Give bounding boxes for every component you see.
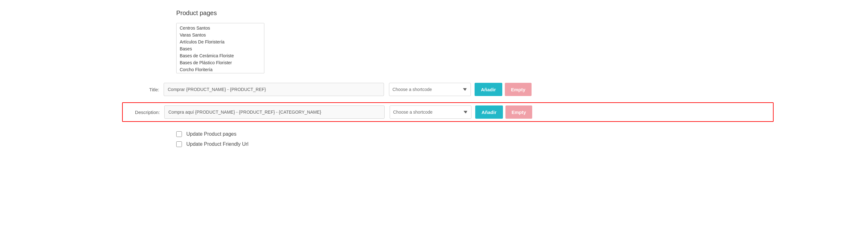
title-shortcode-select[interactable]: Choose a shortcode (389, 83, 471, 96)
update-url-checkbox[interactable] (176, 141, 182, 147)
listbox-container: Centros Santos Varas Santos Artículos De… (176, 23, 774, 73)
description-add-button[interactable]: Añadir (475, 106, 503, 119)
listbox-option[interactable]: Bases de Cerámica Floriste (178, 52, 263, 59)
product-listbox[interactable]: Centros Santos Varas Santos Artículos De… (176, 23, 265, 73)
listbox-option[interactable]: Bases de Plástico Florister (178, 59, 263, 66)
title-shortcode-wrapper: Choose a shortcode (384, 83, 471, 96)
description-input[interactable] (164, 106, 384, 119)
content-area: Product pages Centros Santos Varas Santo… (0, 9, 868, 147)
description-shortcode-select[interactable]: Choose a shortcode (390, 106, 471, 119)
checkboxes-area: Update Product pages Update Product Frie… (176, 131, 774, 147)
title-empty-button[interactable]: Empty (505, 83, 532, 96)
title-input[interactable] (164, 83, 384, 96)
update-url-label: Update Product Friendly Url (186, 141, 248, 147)
listbox-option[interactable]: Artículos De Floristería (178, 38, 263, 45)
listbox-option[interactable]: Centros Santos (178, 25, 263, 31)
page-wrapper: Product pages Centros Santos Varas Santo… (0, 0, 868, 227)
listbox-option[interactable]: Corcho Floritería (178, 66, 263, 73)
listbox-option[interactable]: Varas Santos (178, 31, 263, 38)
description-empty-button[interactable]: Empty (505, 106, 532, 119)
title-label: Title: (126, 87, 164, 92)
description-shortcode-wrapper: Choose a shortcode (384, 106, 471, 119)
title-row: Title: Choose a shortcode Añadir Empty (126, 83, 774, 96)
update-pages-checkbox[interactable] (176, 131, 182, 137)
update-pages-label: Update Product pages (186, 131, 236, 137)
section-title: Product pages (176, 9, 774, 17)
listbox-option[interactable]: Bases (178, 45, 263, 52)
title-add-button[interactable]: Añadir (474, 83, 502, 96)
description-row: Description: Choose a shortcode Añadir E… (122, 102, 774, 122)
description-label: Description: (126, 110, 164, 115)
checkbox-row-pages: Update Product pages (176, 131, 774, 137)
checkbox-row-url: Update Product Friendly Url (176, 141, 774, 147)
